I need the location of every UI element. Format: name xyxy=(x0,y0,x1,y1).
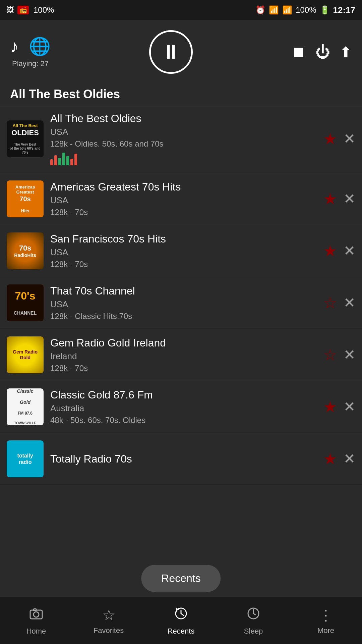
station-actions: ★ ✕ xyxy=(323,451,355,467)
wifi-icon: 📶 xyxy=(269,5,279,15)
stop-icon[interactable]: ⏹ xyxy=(291,44,306,60)
recents-icon xyxy=(174,606,188,624)
current-station-title: All The Best Oldies xyxy=(0,80,362,105)
station-info: San Franciscos 70s Hits USA 128k - 70s xyxy=(50,233,320,269)
station-item: 70sRadioHits San Franciscos 70s Hits USA… xyxy=(0,225,362,277)
globe-icon[interactable]: 🌐 xyxy=(29,36,51,57)
station-name[interactable]: Classic Gold 87.6 Fm xyxy=(50,389,320,401)
home-label: Home xyxy=(26,627,46,636)
remove-button[interactable]: ✕ xyxy=(344,400,355,414)
station-item: 70's CHANNEL That 70s Channel USA 128k -… xyxy=(0,277,362,329)
battery-percent: 100% xyxy=(296,5,316,15)
nav-favorites[interactable]: ☆ Favorites xyxy=(72,606,145,635)
station-item: Gem RadioGold Gem Radio Gold Ireland Ire… xyxy=(0,329,362,381)
logo-image: AmericasGreatest70sHits xyxy=(7,180,44,217)
station-country: USA xyxy=(50,127,320,137)
home-icon xyxy=(29,606,44,624)
station-meta: 128k - 70s xyxy=(50,208,320,217)
favorites-label: Favorites xyxy=(94,626,124,635)
station-list: All The BestOLDIESThe Very Bestof the 50… xyxy=(0,105,362,578)
station-item: All The BestOLDIESThe Very Bestof the 50… xyxy=(0,105,362,173)
station-logo[interactable]: Classic Gold FM 87.6 TOWNSVILLE xyxy=(7,388,44,425)
more-icon: ⋮ xyxy=(318,606,333,624)
status-left: 🖼 📻 100% xyxy=(7,5,54,15)
logo-image: totallyradio xyxy=(7,440,44,477)
power-icon[interactable]: ⏻ xyxy=(315,44,330,60)
more-label: More xyxy=(317,626,334,635)
station-country: USA xyxy=(50,299,320,310)
station-logo[interactable]: AmericasGreatest70sHits xyxy=(7,180,44,217)
remove-button[interactable]: ✕ xyxy=(344,296,355,310)
station-name[interactable]: Totally Radio 70s xyxy=(50,453,320,465)
favorite-button[interactable]: ★ xyxy=(323,243,337,259)
station-meta: 128k - Classic Hits.70s xyxy=(50,312,320,321)
station-actions: ★ ✕ xyxy=(323,399,355,415)
station-logo[interactable]: 70's CHANNEL xyxy=(7,284,44,321)
gallery-icon: 🖼 xyxy=(7,6,14,14)
logo-image: All The BestOLDIESThe Very Bestof the 50… xyxy=(7,120,44,157)
music-note-icon[interactable]: ♪ xyxy=(10,36,19,56)
station-meta: 128k - Oldies. 50s. 60s and 70s xyxy=(50,139,320,149)
equalizer xyxy=(50,152,320,165)
player-right-controls: ⏹ ⏻ ⬆ xyxy=(291,44,352,61)
favorite-button[interactable]: ★ xyxy=(323,131,337,147)
remove-button[interactable]: ✕ xyxy=(344,244,355,258)
logo-image: 70's CHANNEL xyxy=(7,284,44,321)
nav-sleep[interactable]: Sleep xyxy=(217,606,290,636)
logo-image: 70sRadioHits xyxy=(7,232,44,269)
logo-image: Gem RadioGold xyxy=(7,336,44,373)
bottom-nav: Home ☆ Favorites Recents Sleep ⋮ More xyxy=(0,597,362,644)
playing-label: Playing: 27 xyxy=(12,59,49,68)
station-item: totallyradio Totally Radio 70s ★ ✕ xyxy=(0,433,362,485)
nav-recents[interactable]: Recents xyxy=(145,606,217,636)
favorite-button[interactable]: ★ xyxy=(323,191,337,207)
remove-button[interactable]: ✕ xyxy=(344,452,355,466)
station-actions: ★ ✕ xyxy=(323,191,355,207)
nav-more[interactable]: ⋮ More xyxy=(290,606,362,635)
favorite-button[interactable]: ★ xyxy=(323,399,337,415)
player-center: ⏸ xyxy=(149,30,193,74)
logo-image: Classic Gold FM 87.6 TOWNSVILLE xyxy=(7,388,44,425)
clock: 12:17 xyxy=(333,5,356,15)
alarm-icon: ⏰ xyxy=(255,5,265,15)
station-info: Totally Radio 70s xyxy=(50,453,320,465)
station-name[interactable]: That 70s Channel xyxy=(50,285,320,297)
station-logo[interactable]: All The BestOLDIESThe Very Bestof the 50… xyxy=(7,120,44,157)
remove-button[interactable]: ✕ xyxy=(344,348,355,362)
signal-icon: 📶 xyxy=(282,5,292,15)
station-meta: 128k - 70s xyxy=(50,364,320,373)
station-info: All The Best Oldies USA 128k - Oldies. 5… xyxy=(50,112,320,165)
player-left-controls: ♪ 🌐 Playing: 27 xyxy=(10,36,51,68)
recents-tooltip: Recents xyxy=(141,565,221,592)
nav-home[interactable]: Home xyxy=(0,606,72,636)
station-meta: 128k - 70s xyxy=(50,260,320,269)
notification-count: 100% xyxy=(34,5,54,15)
favorite-button[interactable]: ☆ xyxy=(323,347,337,363)
recents-label: Recents xyxy=(168,627,195,636)
station-actions: ☆ ✕ xyxy=(323,295,355,311)
station-name[interactable]: San Franciscos 70s Hits xyxy=(50,233,320,245)
station-country: Australia xyxy=(50,403,320,414)
station-item: Classic Gold FM 87.6 TOWNSVILLE Classic … xyxy=(0,381,362,433)
pause-icon: ⏸ xyxy=(161,42,181,62)
pause-button[interactable]: ⏸ xyxy=(149,30,193,74)
station-logo[interactable]: totallyradio xyxy=(7,440,44,477)
battery-icon: 🔋 xyxy=(320,5,330,15)
favorite-button[interactable]: ★ xyxy=(323,451,337,467)
remove-button[interactable]: ✕ xyxy=(344,192,355,206)
station-name[interactable]: All The Best Oldies xyxy=(50,112,320,125)
remove-button[interactable]: ✕ xyxy=(344,132,355,146)
player-controls-row: ♪ 🌐 Playing: 27 ⏸ ⏹ ⏻ ⬆ xyxy=(10,30,352,74)
station-country: Ireland xyxy=(50,351,320,362)
station-logo[interactable]: Gem RadioGold xyxy=(7,336,44,373)
station-actions: ★ ✕ xyxy=(323,243,355,259)
station-actions: ☆ ✕ xyxy=(323,347,355,363)
station-name[interactable]: Gem Radio Gold Ireland xyxy=(50,337,320,349)
station-meta: 48k - 50s. 60s. 70s. Oldies xyxy=(50,416,320,425)
station-name[interactable]: Americas Greatest 70s Hits xyxy=(50,181,320,193)
share-icon[interactable]: ⬆ xyxy=(340,44,352,61)
favorite-button[interactable]: ☆ xyxy=(323,295,337,311)
favorites-icon: ☆ xyxy=(102,606,115,624)
station-logo[interactable]: 70sRadioHits xyxy=(7,232,44,269)
station-item: AmericasGreatest70sHits Americas Greates… xyxy=(0,173,362,225)
